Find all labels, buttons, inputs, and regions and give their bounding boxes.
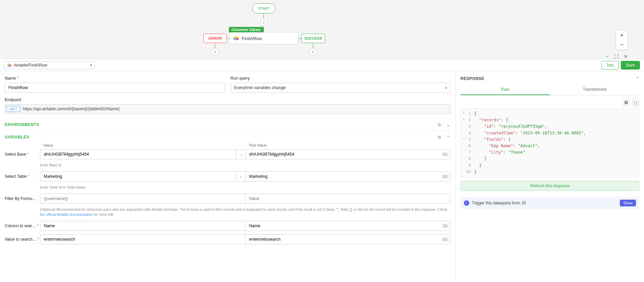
tab-transformed[interactable]: Transformed [550,84,639,95]
run-query-select[interactable]: Everytime variables change ▾ [231,83,451,93]
refresh-response-button[interactable]: Refresh this response [460,181,639,191]
variable-value-input[interactable] [40,149,245,159]
type-badge: Str [442,174,449,178]
variable-test-value-input[interactable] [245,194,451,204]
endpoint-url: https://api.airtable.com/v0/{baseId}/{ta… [23,107,449,111]
airtable-icon [233,35,239,41]
variable-value-input[interactable] [40,194,245,204]
minimize-icon[interactable]: − [604,54,610,59]
json-view-icon[interactable]: { } [632,99,639,106]
error-branch-node[interactable]: ERROR [203,34,227,43]
response-title: RESPONSE [460,76,484,81]
endpoint-label: Endpoint [5,97,451,102]
add-step-button-success[interactable]: + [309,48,317,55]
variable-name-label: Select Table * [5,171,40,179]
response-json[interactable]: 1▾{2▾ "records": {3 "id": "recyceuX7pdPf… [460,108,639,177]
refresh-icon[interactable]: ↻ [437,122,442,127]
edge [227,38,229,39]
zoom-in-button[interactable]: + [616,31,628,40]
config-form: Name * Run query Everytime variables cha… [0,71,456,282]
chevron-down-icon[interactable]: ⌄ [236,149,245,159]
close-icon[interactable]: ✕ [623,54,629,59]
environments-section-header[interactable]: ENVIRONMENTS ↻ ⌄ [5,118,451,131]
info-text: Trigger this dataquery from JS [472,201,526,205]
expand-icon[interactable] [614,54,619,59]
variable-test-value-input[interactable] [245,149,451,159]
tab-raw[interactable]: Raw [460,84,550,95]
variable-hint: Enter Table Id or Table Name [40,185,451,190]
variable-name-label: Column to sear… * [5,221,40,228]
variable-test-value-input[interactable] [245,234,451,244]
add-step-button-error[interactable]: + [211,48,218,55]
name-label: Name * [5,76,225,81]
edge [298,38,301,39]
trigger-info-bar: i Trigger this dataquery from JS Show [460,197,639,209]
variable-test-value-input[interactable] [245,171,451,182]
variable-name-label: Select Base * [5,149,40,157]
variable-value-input[interactable] [40,221,245,231]
chevron-down-icon: ▾ [90,63,92,67]
save-button[interactable]: Save [621,61,640,70]
response-pane: RESPONSE ⌃ Raw Transformed { } 1▾{2▾ "re… [456,71,644,282]
run-query-label: Run query [231,76,451,81]
variable-name-label: Value to search… * [5,234,40,242]
show-button[interactable]: Show [620,200,636,206]
type-badge: Str [442,152,449,157]
config-panel: Airtable/FindARow ▾ Test Save Name * Run… [0,59,644,282]
add-step-button[interactable]: + [260,19,268,26]
chevron-up-icon[interactable]: ⌃ [445,134,451,140]
success-branch-node[interactable]: SUCCESS [301,34,325,43]
http-method-badge: GET [6,106,20,112]
name-input[interactable] [5,83,225,93]
variable-value-input[interactable] [40,171,245,182]
endpoint-field: GET https://api.airtable.com/v0/{baseId}… [5,104,451,114]
test-button[interactable]: Test [601,61,619,70]
connector-library-tag: Connector Library [229,27,264,33]
workflow-canvas[interactable]: START + Connector Library FindARow ERROR… [0,0,644,59]
svg-rect-0 [625,101,628,104]
variables-section-header[interactable]: VARIABLES ↻ ⌃ [5,131,451,143]
zoom-out-button[interactable]: − [616,40,628,49]
variable-hint: Enter Base Id [40,163,451,168]
refresh-icon[interactable]: ↻ [437,134,442,140]
table-view-icon[interactable] [622,99,630,106]
chevron-down-icon: ▾ [445,86,447,90]
type-badge: Str [442,224,449,228]
start-node[interactable]: START [252,3,276,13]
variable-test-value-input[interactable] [245,221,451,231]
chevron-down-icon[interactable]: ⌄ [445,122,451,127]
zoom-controls: + − [616,30,628,50]
chevron-up-icon[interactable]: ⌃ [636,76,639,81]
variable-value-input[interactable] [40,234,245,244]
test-value-column-header: Test Value [245,143,451,147]
value-column-header: Value [40,143,245,147]
node-label: FindARow [242,36,262,41]
info-icon: i [464,200,469,206]
connector-selected-label: Airtable/FindARow [14,63,47,68]
airtable-icon [7,63,12,68]
variable-hint: (Optional) Recommended for advanced user… [40,207,451,218]
workflow-node-findarow[interactable]: FindARow [229,32,298,44]
chevron-down-icon[interactable]: ⌄ [236,171,245,182]
variable-name-label: Filter By Formu… [5,194,40,201]
type-badge: Str [442,237,449,242]
connector-selector[interactable]: Airtable/FindARow ▾ [4,61,95,69]
